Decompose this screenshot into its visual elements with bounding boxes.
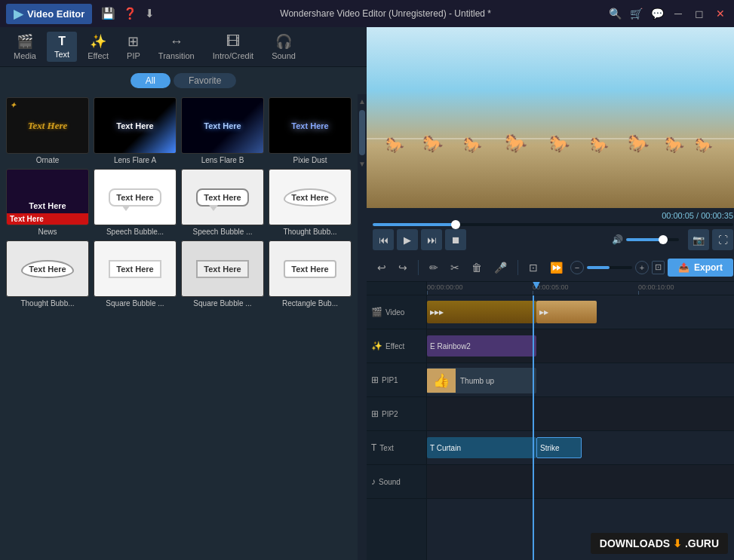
volume-track[interactable] [626, 238, 679, 241]
news-label: News [38, 228, 57, 236]
step-back-btn[interactable]: ⏮ [373, 229, 394, 250]
speech-b-bubble: Text Here [196, 188, 248, 207]
grid-item-rect[interactable]: Text Here Rectangle Bub... [269, 240, 352, 308]
grid-item-thought-b[interactable]: Text Here Thought Bubb... [6, 240, 89, 308]
undo-btn[interactable]: ↩ [373, 259, 391, 276]
grid-scroll[interactable]: Text Here Ornate Text Here Lens Flare A … [0, 94, 358, 560]
time-display: 00:00:05 / 00:00:35 [373, 211, 733, 220]
progress-fill [373, 223, 456, 226]
grid-item-sq-a[interactable]: Text Here Square Bubble ... [94, 240, 177, 308]
effect-clip-label: E Rainbow2 [430, 342, 471, 350]
text-clip-1[interactable]: T Curtain [427, 437, 536, 458]
pip1-clip[interactable]: 👍 Thumb up [427, 368, 536, 393]
horse-6: 🐎 [590, 136, 609, 154]
stop-btn[interactable]: ⏹ [445, 229, 466, 250]
news-title-text: Text Here [29, 201, 66, 210]
tab-media[interactable]: 🎬 Media [6, 30, 44, 63]
scroll-up-arrow[interactable]: ▲ [358, 97, 366, 106]
ruler-container: 00:00:00:00 00:00:05:00 00:00:10:00 00:0… [427, 282, 734, 295]
tab-intro[interactable]: 🎞 Intro/Credit [205, 31, 261, 63]
rect-thumb: Text Here [269, 240, 352, 297]
grid-item-sq-b[interactable]: Text Here Square Bubble ... [181, 240, 264, 308]
rect-label: Rectangle Bub... [282, 299, 338, 308]
news-thumb: Text Here Text Here [6, 169, 89, 225]
record-btn[interactable]: 🎤 [490, 259, 511, 276]
grid-item-thought-a[interactable]: Text Here Thought Bubb... [269, 169, 352, 236]
chat-btn[interactable]: 💬 [650, 8, 665, 20]
filter-all-btn[interactable]: All [131, 73, 170, 88]
tab-pip[interactable]: ⊞ PIP [119, 30, 148, 63]
search-btn[interactable]: 🔍 [607, 8, 622, 20]
delete-btn[interactable]: 🗑 [467, 259, 487, 276]
pip2-track-row [427, 397, 734, 431]
effect-clip[interactable]: E Rainbow2 [427, 335, 536, 357]
video-clip-1[interactable]: ▶▶▶ [427, 301, 536, 323]
save-icon[interactable]: 💾 [101, 7, 115, 20]
tab-sound[interactable]: 🎧 Sound [264, 30, 303, 63]
edit-btn-2[interactable]: ✏ [425, 259, 443, 276]
tab-text[interactable]: T Text [47, 32, 77, 62]
sq-a-label: Square Bubble ... [106, 299, 164, 308]
current-time: 00:00:05 [662, 211, 694, 220]
volume-fill [626, 238, 663, 241]
redo-btn[interactable]: ↪ [394, 259, 412, 276]
watermark-suffix: .GURU [685, 537, 719, 549]
export-icon: 📤 [678, 262, 689, 273]
restore-btn[interactable]: ◻ [692, 8, 707, 20]
download-icon[interactable]: ⬇ [145, 7, 155, 20]
scroll-thumb[interactable] [359, 110, 365, 155]
video-icon: ▶ [14, 7, 23, 21]
ruler-line-2 [638, 291, 639, 295]
volume-thumb[interactable] [659, 235, 668, 244]
detach-btn[interactable]: ⊡ [524, 259, 542, 276]
effect-icon: ✨ [90, 33, 106, 50]
sound-track-row [427, 465, 734, 499]
fullscreen-btn[interactable]: ⛶ [712, 229, 733, 250]
minimize-btn[interactable]: ─ [671, 8, 686, 20]
tab-transition[interactable]: ↔ Transition [151, 31, 202, 63]
tab-effect-label: Effect [88, 51, 109, 60]
scroll-down-arrow[interactable]: ▼ [358, 160, 366, 168]
screenshot-btn[interactable]: 📷 [688, 229, 709, 250]
pixie-thumb: Text Here [269, 97, 352, 154]
video-clip-2-thumb: ▶▶ [539, 309, 548, 316]
grid-item-lens-b[interactable]: Text Here Lens Flare B [181, 97, 264, 164]
grid-item-speech-b[interactable]: Text Here Speech Bubble ... [181, 169, 264, 236]
grid-item-lens-a[interactable]: Text Here Lens Flare A [94, 97, 177, 164]
timeline-content: 00:00:00:00 00:00:05:00 00:00:10:00 00:0… [427, 282, 734, 560]
pip2-track-icon: ⊞ [371, 409, 379, 419]
ornate-thumb: Text Here [6, 97, 89, 154]
grid-item-news[interactable]: Text Here Text Here News [6, 169, 89, 236]
ornate-text: Text Here [28, 120, 68, 132]
tab-effect[interactable]: ✨ Effect [80, 30, 116, 63]
main-container: 🎬 Media T Text ✨ Effect ⊞ PIP ↔ Transiti… [0, 27, 734, 560]
zoom-fit-btn[interactable]: ⊡ [652, 261, 665, 274]
speed-btn[interactable]: ⏩ [545, 259, 567, 276]
thought-a-thumb: Text Here [269, 169, 352, 225]
zoom-in-btn[interactable]: + [635, 261, 649, 274]
export-label: Export [694, 262, 723, 273]
pixie-label: Pixie Dust [293, 156, 327, 164]
grid-item-ornate[interactable]: Text Here Ornate [6, 97, 89, 164]
close-btn[interactable]: ✕ [713, 8, 728, 20]
grid-item-pixie[interactable]: Text Here Pixie Dust [269, 97, 352, 164]
zoom-track[interactable] [587, 266, 632, 269]
lens-a-label: Lens Flare A [114, 156, 156, 164]
filter-favorite-btn[interactable]: Favorite [174, 73, 236, 88]
video-clip-2[interactable]: ▶▶ [536, 301, 597, 323]
grid-scrollbar[interactable]: ▲ ▼ [358, 94, 367, 560]
grid-item-speech-a[interactable]: Text Here Speech Bubble... [94, 169, 177, 236]
help-icon[interactable]: ❓ [123, 7, 137, 20]
progress-thumb[interactable] [451, 220, 460, 229]
cut-btn[interactable]: ✂ [446, 259, 464, 276]
progress-track[interactable] [373, 223, 733, 226]
shop-btn[interactable]: 🛒 [628, 8, 643, 20]
play-btn[interactable]: ▶ [397, 229, 418, 250]
ruler-mark-2: 00:00:10:00 [638, 283, 674, 291]
step-forward-btn[interactable]: ⏭ [421, 229, 442, 250]
sq-a-thumb: Text Here [94, 240, 177, 297]
text-tab-icon: T [58, 35, 66, 48]
text-clip-2[interactable]: Strike [536, 437, 582, 458]
export-btn[interactable]: 📤 Export [668, 259, 733, 277]
zoom-out-btn[interactable]: − [570, 261, 584, 274]
